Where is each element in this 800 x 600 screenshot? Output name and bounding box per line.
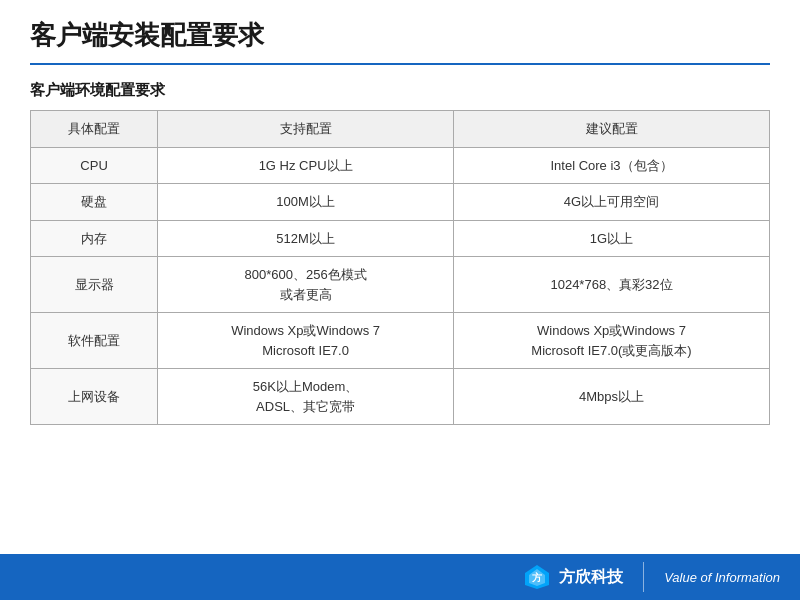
section-title: 客户端环境配置要求 — [30, 81, 770, 100]
row-recommended-2: 1G以上 — [454, 220, 770, 257]
page-title: 客户端安装配置要求 — [30, 18, 770, 65]
config-table: 具体配置 支持配置 建议配置 CPU1G Hz CPU以上Intel Core … — [30, 110, 770, 425]
row-supported-2: 512M以上 — [158, 220, 454, 257]
table-row: 内存512M以上1G以上 — [31, 220, 770, 257]
table-row: 显示器800*600、256色模式 或者更高1024*768、真彩32位 — [31, 257, 770, 313]
row-supported-5: 56K以上Modem、 ADSL、其它宽带 — [158, 369, 454, 425]
row-name-2: 内存 — [31, 220, 158, 257]
col-header-recommended: 建议配置 — [454, 111, 770, 148]
footer-logo-area: 方 方欣科技 Value of Information — [523, 562, 780, 592]
col-header-supported: 支持配置 — [158, 111, 454, 148]
row-recommended-0: Intel Core i3（包含） — [454, 147, 770, 184]
row-recommended-1: 4G以上可用空间 — [454, 184, 770, 221]
table-row: 硬盘100M以上4G以上可用空间 — [31, 184, 770, 221]
row-name-0: CPU — [31, 147, 158, 184]
row-name-5: 上网设备 — [31, 369, 158, 425]
main-content: 客户端安装配置要求 客户端环境配置要求 具体配置 支持配置 建议配置 CPU1G… — [0, 0, 800, 425]
row-supported-0: 1G Hz CPU以上 — [158, 147, 454, 184]
row-recommended-3: 1024*768、真彩32位 — [454, 257, 770, 313]
row-name-1: 硬盘 — [31, 184, 158, 221]
row-recommended-4: Windows Xp或Windows 7 Microsoft IE7.0(或更高… — [454, 313, 770, 369]
col-header-name: 具体配置 — [31, 111, 158, 148]
table-row: CPU1G Hz CPU以上Intel Core i3（包含） — [31, 147, 770, 184]
row-supported-3: 800*600、256色模式 或者更高 — [158, 257, 454, 313]
footer-divider — [643, 562, 644, 592]
footer-company-name: 方欣科技 — [559, 567, 623, 588]
row-name-3: 显示器 — [31, 257, 158, 313]
row-recommended-5: 4Mbps以上 — [454, 369, 770, 425]
row-name-4: 软件配置 — [31, 313, 158, 369]
table-header-row: 具体配置 支持配置 建议配置 — [31, 111, 770, 148]
company-logo-icon: 方 — [523, 563, 551, 591]
footer: 方 方欣科技 Value of Information — [0, 554, 800, 600]
row-supported-1: 100M以上 — [158, 184, 454, 221]
footer-tagline: Value of Information — [664, 570, 780, 585]
table-row: 上网设备56K以上Modem、 ADSL、其它宽带4Mbps以上 — [31, 369, 770, 425]
row-supported-4: Windows Xp或Windows 7 Microsoft IE7.0 — [158, 313, 454, 369]
svg-text:方: 方 — [531, 572, 543, 583]
table-row: 软件配置Windows Xp或Windows 7 Microsoft IE7.0… — [31, 313, 770, 369]
